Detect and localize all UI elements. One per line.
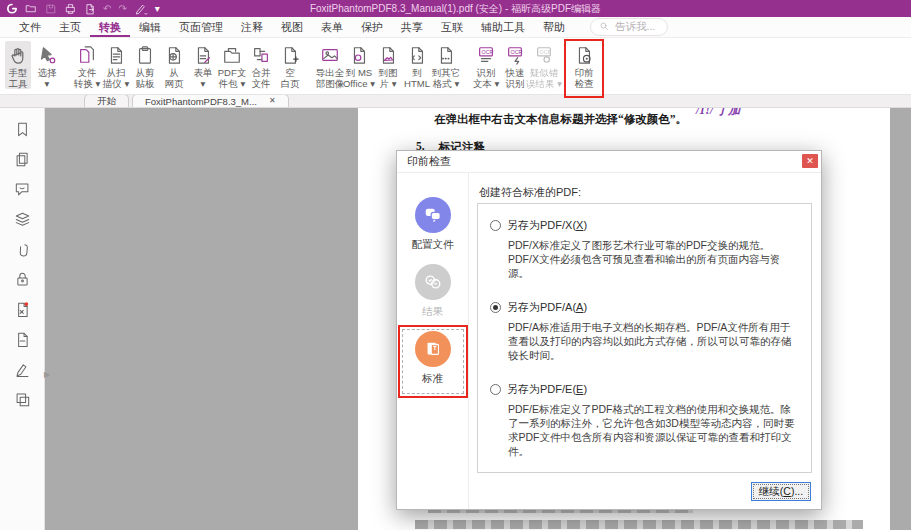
ribbon-button-label: 件包 ▾ [219, 78, 245, 89]
ribbon-file-convert-button[interactable]: 文件转换 ▾ [74, 41, 100, 89]
foxit-logo[interactable] [6, 2, 18, 15]
continue-accesskey: C [783, 485, 791, 497]
dialog-title: 印前检查 [407, 154, 451, 169]
menu-item-7[interactable]: 视图 [272, 17, 312, 37]
sidebar-signature-alert-button[interactable] [0, 296, 45, 326]
ribbon-ocr-quick-button[interactable]: OCR快速识别 [502, 41, 528, 89]
ribbon-to-html-button[interactable]: 到HTML [404, 41, 430, 89]
save-icon[interactable] [45, 2, 57, 15]
radio-pdf-x-control[interactable] [490, 220, 501, 231]
menu-item-3[interactable]: 转换 [90, 17, 130, 37]
option-label-text: 另存为PDF/A( [507, 301, 576, 313]
ribbon-select-button[interactable]: 选择▾ [34, 41, 60, 89]
radio-pdf-e-control[interactable] [490, 384, 501, 395]
tell-me-search[interactable]: 告诉我... [590, 18, 668, 36]
radio-pdf-x[interactable]: 另存为PDF/X(X) [490, 218, 799, 233]
snapshot-icon [14, 391, 31, 412]
radio-pdf-a-control[interactable] [490, 302, 501, 313]
sidebar-bookmarks-button[interactable] [0, 116, 45, 146]
redo-icon[interactable]: ↷ [118, 2, 126, 15]
radio-pdf-x-label: 另存为PDF/X(X) [507, 218, 587, 233]
dialog-nav-profiles[interactable]: 配置文件 [401, 197, 465, 260]
menu-item-6[interactable]: 注释 [232, 17, 272, 37]
ribbon-form-button[interactable]: 表单▾ [190, 41, 216, 89]
signature-alert-icon [14, 301, 31, 322]
dialog-nav-results: 结果 [401, 264, 465, 327]
ribbon-export-all-images-button[interactable]: 导出全部图像 [317, 41, 343, 89]
menu-item-13[interactable]: 帮助 [534, 17, 574, 37]
ribbon-button-label: 识别 [506, 78, 525, 89]
hand-icon [8, 43, 28, 67]
tab-label: 开始 [97, 95, 116, 108]
radio-pdf-e[interactable]: 另存为PDF/E(E) [490, 382, 799, 397]
dialog-content: 创建符合标准的PDF: 另存为PDF/X(X)PDF/X标准定义了图形艺术行业可… [469, 173, 821, 509]
menu-item-9[interactable]: 保护 [352, 17, 392, 37]
radio-pdf-a[interactable]: 另存为PDF/A(A) [490, 300, 799, 315]
menu-item-11[interactable]: 互联 [432, 17, 472, 37]
sidebar-pages-button[interactable] [0, 146, 45, 176]
customize-toolbar-icon[interactable]: ▾ [155, 2, 160, 15]
sidebar-form-fields-button[interactable] [0, 326, 45, 356]
ribbon-button-label: 贴板 [136, 78, 155, 89]
tab-close-icon[interactable]: ✕ [269, 96, 276, 106]
print-icon[interactable] [64, 2, 77, 15]
menu-item-1[interactable]: 文件 [10, 17, 50, 37]
ribbon-to-other-format-button[interactable]: 到其它格式 ▾ [433, 41, 459, 89]
dialog-nav-label: 配置文件 [412, 238, 454, 252]
export-page-icon[interactable] [84, 2, 96, 15]
ribbon-button-label: ▾ [201, 78, 206, 89]
ribbon-button-label: 描仪 ▾ [103, 78, 129, 89]
dialog-nav-standards[interactable]: 标准 [401, 331, 465, 394]
ribbon-button-label: 手型 [9, 67, 28, 78]
ribbon-pdf-portfolio-button[interactable]: PDF文件包 ▾ [219, 41, 245, 89]
pen-dropdown-icon[interactable] [134, 2, 148, 15]
menu-item-12[interactable]: 辅助工具 [472, 17, 534, 37]
ribbon-hand-tool-button[interactable]: 手型工具 [5, 41, 31, 89]
continue-button[interactable]: 继续(C)... [751, 482, 811, 501]
sidebar-layers-button[interactable] [0, 206, 45, 236]
sidebar-security-button[interactable] [0, 266, 45, 296]
sidebar-snapshot-button[interactable] [0, 386, 45, 416]
ribbon-ocr-text-button[interactable]: OCR识别文本 ▾ [473, 41, 499, 89]
open-folder-icon[interactable] [25, 2, 38, 15]
undo-icon[interactable]: ↶ [103, 2, 111, 15]
sidebar-comments-button[interactable] [0, 176, 45, 206]
attachments-icon [14, 241, 31, 262]
menu-item-5[interactable]: 页面管理 [170, 17, 232, 37]
ribbon-button-label: 部图像 [316, 78, 345, 89]
ribbon-button-label: 工具 [9, 78, 28, 89]
ribbon-button-label: 识别 [477, 67, 496, 78]
menu-item-8[interactable]: 表单 [312, 17, 352, 37]
ocr-icon: OCR [476, 43, 496, 67]
portfolio-icon [222, 43, 242, 67]
ribbon-button-label: 空 [285, 67, 295, 78]
ribbon-button-label: 合并 [252, 67, 271, 78]
combine-icon [251, 43, 271, 67]
dialog-title-bar[interactable]: 印前检查 ✕ [397, 151, 821, 173]
menu-item-10[interactable]: 共享 [392, 17, 432, 37]
menu-item-2[interactable]: 主页 [50, 17, 90, 37]
ribbon-from-webpage-button[interactable]: 从网页 [161, 41, 187, 89]
ribbon-to-image-button[interactable]: 到图片 ▾ [375, 41, 401, 89]
sidebar-expander-icon[interactable]: ▶ [44, 370, 50, 379]
sidebar-attachments-button[interactable] [0, 236, 45, 266]
ribbon-to-ms-office-button[interactable]: 到 MSOffice ▾ [346, 41, 372, 89]
ribbon-preflight-button[interactable]: 印前检查 [571, 41, 597, 89]
ribbon-button-label: 文件 [252, 78, 271, 89]
option-label-text: 另存为PDF/X( [507, 219, 576, 231]
ribbon-from-scanner-button[interactable]: 从扫描仪 ▾ [103, 41, 129, 89]
dialog-nav-panel: 配置文件结果标准 [397, 173, 469, 509]
document-tab-2[interactable]: FoxitPhantomPDF8.3_M...✕ [132, 94, 289, 107]
results-icon [415, 264, 451, 300]
dialog-heading: 创建符合标准的PDF: [479, 185, 811, 200]
sidebar-sign-button[interactable] [0, 356, 45, 386]
menu-item-4[interactable]: 编辑 [130, 17, 170, 37]
ocr-suspect-icon: OCR [534, 43, 554, 67]
document-tab-1[interactable]: 开始 [84, 94, 129, 107]
security-icon [14, 271, 31, 292]
ribbon-button-label: 误结果 ▾ [526, 78, 562, 89]
ribbon-combine-files-button[interactable]: 合并文件 [248, 41, 274, 89]
dialog-close-icon[interactable]: ✕ [802, 154, 818, 168]
ribbon-blank-page-button[interactable]: 空白页 [277, 41, 303, 89]
ribbon-from-clipboard-button[interactable]: 从剪贴板 [132, 41, 158, 89]
